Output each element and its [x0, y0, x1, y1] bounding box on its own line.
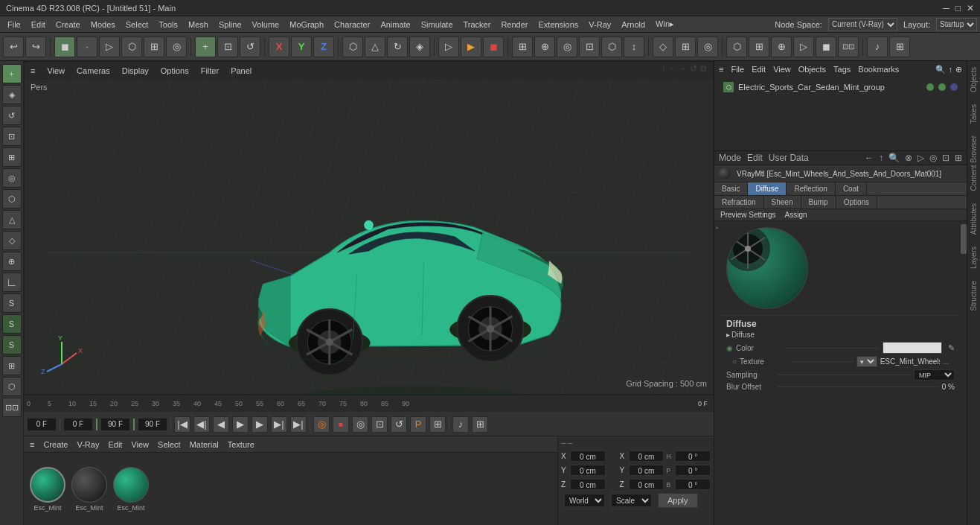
side-tab-takes[interactable]: Takes — [967, 98, 980, 130]
obj-filter-icon[interactable]: ⊕ — [955, 65, 962, 74]
object-item-row[interactable]: ⬡ Electric_Sports_Car_Sedan_Mint_group — [717, 80, 964, 94]
left-tool-9[interactable]: ⊕ — [2, 252, 22, 271]
obj-bookmarks-menu[interactable]: Bookmarks — [858, 65, 899, 74]
left-tool-3[interactable]: ⊡ — [2, 127, 22, 146]
attr-scrollbar[interactable] — [961, 221, 967, 525]
viewport-panel-menu[interactable]: Panel — [231, 66, 252, 75]
color-swatch[interactable] — [883, 342, 942, 354]
left-tool-2[interactable]: ↺ — [2, 106, 22, 125]
keyframe-btn7[interactable]: ⊞ — [429, 416, 446, 433]
left-tool-12[interactable]: S — [2, 314, 22, 334]
menu-animate[interactable]: Animate — [376, 19, 414, 31]
frame-end-input[interactable] — [100, 418, 130, 431]
object3-button[interactable]: ↻ — [387, 36, 408, 57]
audio-button[interactable]: ♪ — [867, 36, 888, 57]
obj-menu-icon[interactable]: ≡ — [719, 65, 723, 74]
left-tool-16[interactable]: ⊡⊡ — [2, 398, 22, 417]
obj-up-icon[interactable]: ↑ — [949, 65, 953, 74]
mat-material-menu[interactable]: Material — [190, 440, 219, 449]
deform5-button[interactable]: ⬡ — [601, 36, 622, 57]
mode-poly-button[interactable]: ⬡ — [121, 36, 142, 57]
object-lock-dot[interactable] — [950, 83, 958, 91]
viewport-menu-icon[interactable]: ≡ — [31, 66, 35, 75]
y-position-value[interactable]: 0 cm — [570, 465, 606, 476]
mat5-button[interactable]: ◼ — [816, 36, 836, 57]
menu-character[interactable]: Character — [330, 19, 374, 31]
deform3-button[interactable]: ◎ — [557, 36, 577, 57]
mat-create-menu[interactable]: Create — [43, 440, 68, 449]
object4-button[interactable]: ◈ — [409, 36, 430, 57]
mat1-button[interactable]: ⬡ — [726, 36, 747, 57]
mat6-button[interactable]: ⊡⊡ — [838, 36, 859, 57]
left-tool-4[interactable]: ⊞ — [2, 147, 22, 167]
preview-settings-label[interactable]: Preview Settings — [720, 211, 775, 219]
maximize-button[interactable]: □ — [955, 3, 961, 13]
left-tool-10[interactable]: ∟ — [2, 273, 22, 292]
attr-play-icon[interactable]: ▷ — [916, 153, 926, 163]
sampling-dropdown[interactable]: MIP — [914, 369, 955, 381]
mode-model-button[interactable]: ◼ — [54, 36, 75, 57]
frame-current-input[interactable] — [27, 418, 57, 431]
viewport-cameras-menu[interactable]: Cameras — [77, 66, 110, 75]
b-value[interactable]: 0 ° — [675, 479, 711, 490]
obj-file-menu[interactable]: File — [731, 65, 744, 74]
side-tab-objects[interactable]: Objects — [967, 61, 980, 98]
z-position-value2[interactable]: 0 cm — [629, 479, 664, 490]
frame-end2-input[interactable] — [138, 418, 167, 431]
material-thumb-1[interactable]: Esc_Mint — [30, 467, 65, 512]
play-prev-key-button[interactable]: ◀| — [193, 416, 210, 433]
attr-plus-icon[interactable]: ⊞ — [953, 153, 964, 163]
menu-vray[interactable]: V-Ray — [584, 19, 615, 31]
play-next-key-button[interactable]: ▶| — [271, 416, 287, 433]
menu-tools[interactable]: Tools — [154, 19, 182, 31]
left-tool-move[interactable]: + — [2, 64, 22, 83]
mode-uv-button[interactable]: ⊞ — [144, 36, 164, 57]
mat-texture-menu[interactable]: Texture — [228, 440, 254, 449]
object-render-dot[interactable] — [938, 83, 946, 91]
side-tab-attributes[interactable]: Attributes — [967, 197, 980, 241]
viewport-canvas[interactable]: X Y Z — [25, 80, 713, 394]
subtab-options[interactable]: Options — [836, 196, 877, 209]
scale-dropdown[interactable]: Scale — [611, 494, 652, 507]
viewport-filter-menu[interactable]: Filter — [201, 66, 219, 75]
keyframe-btn1[interactable]: ◎ — [313, 416, 330, 433]
deform-button[interactable]: ⊞ — [512, 36, 533, 57]
left-tool-5[interactable]: ◎ — [2, 168, 22, 188]
play-end-button[interactable]: ▶| — [290, 416, 307, 433]
p-value[interactable]: 0 ° — [675, 465, 711, 476]
menu-render[interactable]: Render — [496, 19, 532, 31]
z-axis-button[interactable]: Z — [313, 36, 334, 57]
snap3-button[interactable]: ◎ — [697, 36, 718, 57]
left-tool-8[interactable]: ◇ — [2, 231, 22, 250]
menu-file[interactable]: File — [3, 19, 25, 31]
redo-button[interactable]: ↪ — [25, 36, 46, 57]
mode-anim-button[interactable]: ◎ — [166, 36, 187, 57]
play-next-button[interactable]: ▶ — [252, 416, 268, 433]
obj-tags-menu[interactable]: Tags — [833, 65, 851, 74]
menu-tracker[interactable]: Tracker — [459, 19, 496, 31]
y-axis-button[interactable]: Y — [291, 36, 312, 57]
timeline-ruler[interactable]: 0 5 10 15 20 25 30 35 40 45 50 55 60 65 … — [24, 395, 714, 412]
play-prev-button[interactable]: ◀ — [213, 416, 229, 433]
snap-button[interactable]: ◇ — [653, 36, 673, 57]
object-button[interactable]: ⬡ — [342, 36, 363, 57]
timeline-extra-btn[interactable]: ⊞ — [472, 416, 488, 433]
menu-edit[interactable]: Edit — [27, 19, 50, 31]
left-tool-15[interactable]: ⬡ — [2, 377, 22, 396]
x-position-value[interactable]: 0 cm — [570, 451, 606, 462]
viewport-display-menu[interactable]: Display — [122, 66, 149, 75]
keyframe-btn6[interactable]: P — [410, 416, 426, 433]
attr-pin-icon[interactable]: ⊗ — [903, 153, 914, 163]
z-position-value[interactable]: 0 cm — [570, 479, 606, 490]
menu-simulate[interactable]: Simulate — [417, 19, 458, 31]
attr-scroll-content[interactable]: Diffuse ▸ Diffuse ◉ Color — [720, 221, 961, 525]
tab-reflection[interactable]: Reflection — [787, 182, 835, 195]
menu-mograph[interactable]: MoGraph — [285, 19, 328, 31]
keyframe-btn2[interactable]: ● — [333, 416, 349, 433]
obj-objects-menu[interactable]: Objects — [798, 65, 826, 74]
tab-coat[interactable]: Coat — [836, 182, 867, 195]
object-vis-dot[interactable] — [926, 83, 934, 91]
render-region-button[interactable]: ▷ — [438, 36, 459, 57]
texture-channel-dropdown[interactable]: ▾ — [856, 356, 877, 367]
color-radio[interactable]: ◉ — [726, 344, 733, 352]
